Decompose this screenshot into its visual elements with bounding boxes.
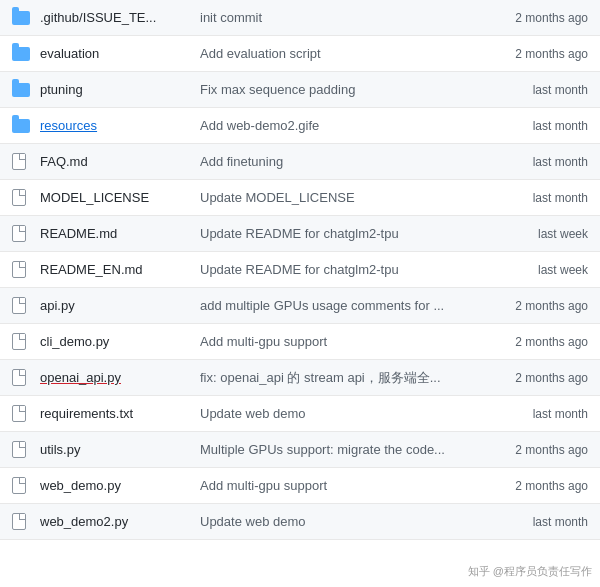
file-icon bbox=[12, 405, 26, 422]
commit-time: last month bbox=[488, 83, 588, 97]
commit-message: Update README for chatglm2-tpu bbox=[200, 262, 488, 277]
file-name: README_EN.md bbox=[40, 262, 200, 277]
watermark: 知乎 @程序员负责任写作 bbox=[468, 564, 592, 579]
folder-icon bbox=[12, 47, 30, 61]
file-name: ptuning bbox=[40, 82, 200, 97]
commit-time: 2 months ago bbox=[488, 335, 588, 349]
file-name: utils.py bbox=[40, 442, 200, 457]
table-row: utils.pyMultiple GPUs support: migrate t… bbox=[0, 432, 600, 468]
table-row: cli_demo.pyAdd multi-gpu support2 months… bbox=[0, 324, 600, 360]
table-row: openai_api.pyfix: openai_api 的 stream ap… bbox=[0, 360, 600, 396]
folder-icon bbox=[12, 11, 30, 25]
table-row: api.pyadd multiple GPUs usage comments f… bbox=[0, 288, 600, 324]
file-name: FAQ.md bbox=[40, 154, 200, 169]
commit-time: 2 months ago bbox=[488, 371, 588, 385]
table-row: resourcesAdd web-demo2.gifelast month bbox=[0, 108, 600, 144]
file-name: requirements.txt bbox=[40, 406, 200, 421]
file-name: .github/ISSUE_TE... bbox=[40, 10, 200, 25]
file-icon bbox=[12, 261, 26, 278]
file-icon bbox=[12, 477, 26, 494]
commit-time: 2 months ago bbox=[488, 299, 588, 313]
commit-message: Add finetuning bbox=[200, 154, 488, 169]
file-icon bbox=[12, 153, 26, 170]
table-row: .github/ISSUE_TE...init commit2 months a… bbox=[0, 0, 600, 36]
commit-time: last month bbox=[488, 119, 588, 133]
file-name: evaluation bbox=[40, 46, 200, 61]
file-icon bbox=[12, 225, 26, 242]
file-name: README.md bbox=[40, 226, 200, 241]
commit-message: Update web demo bbox=[200, 514, 488, 529]
file-icon bbox=[12, 513, 26, 530]
commit-message: Add multi-gpu support bbox=[200, 478, 488, 493]
commit-message: Multiple GPUs support: migrate the code.… bbox=[200, 442, 488, 457]
commit-message: Add multi-gpu support bbox=[200, 334, 488, 349]
file-icon bbox=[12, 297, 26, 314]
table-row: requirements.txtUpdate web demolast mont… bbox=[0, 396, 600, 432]
file-icon bbox=[12, 369, 26, 386]
table-row: MODEL_LICENSEUpdate MODEL_LICENSElast mo… bbox=[0, 180, 600, 216]
commit-message: Add evaluation script bbox=[200, 46, 488, 61]
table-row: README.mdUpdate README for chatglm2-tpul… bbox=[0, 216, 600, 252]
commit-message: fix: openai_api 的 stream api，服务端全... bbox=[200, 369, 488, 387]
folder-icon bbox=[12, 119, 30, 133]
commit-time: 2 months ago bbox=[488, 11, 588, 25]
commit-time: last month bbox=[488, 155, 588, 169]
file-icon bbox=[12, 189, 26, 206]
file-name: api.py bbox=[40, 298, 200, 313]
file-name[interactable]: openai_api.py bbox=[40, 370, 200, 385]
commit-message: Update web demo bbox=[200, 406, 488, 421]
folder-icon bbox=[12, 83, 30, 97]
file-name: web_demo.py bbox=[40, 478, 200, 493]
commit-message: add multiple GPUs usage comments for ... bbox=[200, 298, 488, 313]
file-icon bbox=[12, 441, 26, 458]
table-row: FAQ.mdAdd finetuninglast month bbox=[0, 144, 600, 180]
table-row: web_demo2.pyUpdate web demolast month bbox=[0, 504, 600, 540]
commit-time: 2 months ago bbox=[488, 443, 588, 457]
file-name: web_demo2.py bbox=[40, 514, 200, 529]
commit-message: Update MODEL_LICENSE bbox=[200, 190, 488, 205]
commit-time: last week bbox=[488, 227, 588, 241]
commit-message: Fix max sequence padding bbox=[200, 82, 488, 97]
file-name: cli_demo.py bbox=[40, 334, 200, 349]
table-row: web_demo.pyAdd multi-gpu support2 months… bbox=[0, 468, 600, 504]
commit-message: Add web-demo2.gife bbox=[200, 118, 488, 133]
commit-time: 2 months ago bbox=[488, 479, 588, 493]
file-name: MODEL_LICENSE bbox=[40, 190, 200, 205]
table-row: README_EN.mdUpdate README for chatglm2-t… bbox=[0, 252, 600, 288]
table-row: ptuningFix max sequence paddinglast mont… bbox=[0, 72, 600, 108]
commit-time: last month bbox=[488, 407, 588, 421]
commit-time: last month bbox=[488, 515, 588, 529]
file-icon bbox=[12, 333, 26, 350]
file-name[interactable]: resources bbox=[40, 118, 200, 133]
commit-time: last month bbox=[488, 191, 588, 205]
commit-time: last week bbox=[488, 263, 588, 277]
commit-time: 2 months ago bbox=[488, 47, 588, 61]
table-row: evaluationAdd evaluation script2 months … bbox=[0, 36, 600, 72]
commit-message: init commit bbox=[200, 10, 488, 25]
commit-message: Update README for chatglm2-tpu bbox=[200, 226, 488, 241]
